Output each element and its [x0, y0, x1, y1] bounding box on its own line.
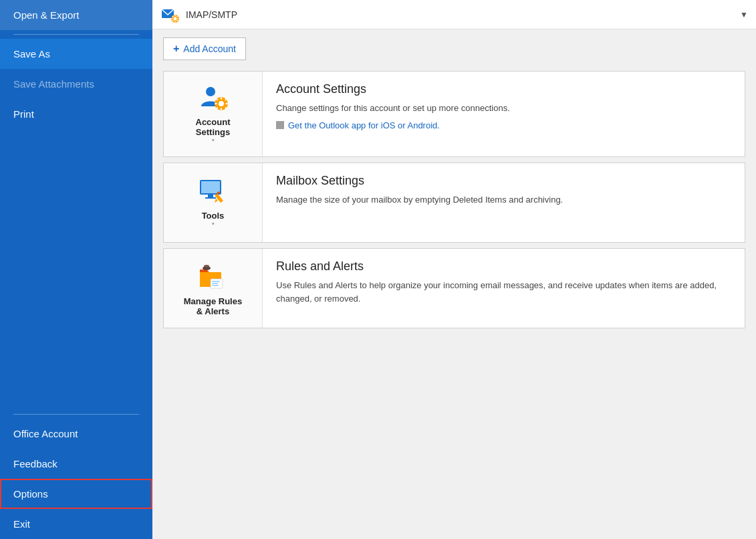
- svg-point-2: [174, 17, 177, 20]
- svg-rect-17: [225, 103, 227, 104]
- account-type-icon: [160, 5, 179, 24]
- rules-alerts-icon: [197, 260, 229, 292]
- svg-marker-27: [215, 199, 218, 203]
- rules-alerts-desc: Use Rules and Alerts to help organize yo…: [276, 279, 731, 305]
- account-type-label: IMAP/SMTP: [186, 9, 733, 20]
- cards-area: AccountSettings ˅ Account Settings Chang…: [152, 60, 756, 339]
- rules-alerts-content: Rules and Alerts Use Rules and Alerts to…: [263, 249, 745, 328]
- rules-alerts-card[interactable]: Manage Rules & Alerts Rules and Alerts U…: [163, 248, 745, 328]
- sidebar-item-feedback[interactable]: Feedback: [0, 449, 152, 479]
- account-settings-label: AccountSettings: [196, 117, 231, 137]
- main-content: IMAP/SMTP ▼ + Add Account: [152, 0, 756, 539]
- add-account-bar: + Add Account: [152, 29, 756, 60]
- account-settings-desc: Change settings for this account or set …: [276, 102, 731, 115]
- sidebar-divider-1: [13, 34, 139, 35]
- account-settings-icon-area: AccountSettings ˅: [164, 72, 263, 156]
- svg-point-36: [204, 265, 209, 267]
- svg-rect-31: [212, 281, 220, 282]
- mailbox-settings-card[interactable]: Tools ˅ Mailbox Settings Manage the size…: [163, 163, 745, 243]
- sidebar-item-print[interactable]: Print: [0, 99, 152, 129]
- plus-icon: +: [173, 43, 179, 55]
- account-settings-title: Account Settings: [276, 82, 731, 96]
- svg-rect-33: [212, 285, 219, 286]
- tools-chevron: ˅: [211, 222, 215, 231]
- account-bar: IMAP/SMTP ▼: [152, 0, 756, 29]
- svg-rect-16: [215, 103, 217, 104]
- account-settings-icon: [197, 81, 229, 113]
- account-settings-card[interactable]: AccountSettings ˅ Account Settings Chang…: [163, 71, 745, 157]
- svg-rect-25: [205, 197, 216, 199]
- svg-point-13: [219, 101, 224, 106]
- sidebar-item-exit[interactable]: Exit: [0, 509, 152, 539]
- sidebar-item-open-export[interactable]: Open & Export: [0, 0, 152, 30]
- rules-alerts-icon-area: Manage Rules & Alerts: [164, 249, 263, 328]
- svg-rect-15: [220, 108, 221, 110]
- mailbox-settings-desc: Manage the size of your mailbox by empty…: [276, 193, 731, 207]
- rules-alerts-title: Rules and Alerts: [276, 259, 731, 274]
- mailbox-settings-content: Mailbox Settings Manage the size of your…: [263, 163, 745, 242]
- svg-rect-23: [201, 181, 220, 193]
- sidebar: Open & Export Save As Save Attachments P…: [0, 0, 152, 539]
- svg-rect-24: [208, 195, 213, 197]
- link-bullet-icon: [276, 121, 284, 129]
- sidebar-divider-2: [13, 414, 139, 415]
- account-dropdown-button[interactable]: ▼: [740, 10, 748, 19]
- outlook-app-link[interactable]: Get the Outlook app for iOS or Android.: [276, 120, 731, 130]
- svg-rect-14: [220, 98, 221, 100]
- sidebar-item-save-as[interactable]: Save As: [0, 39, 152, 69]
- svg-rect-4: [174, 21, 176, 22]
- mailbox-settings-icon-area: Tools ˅: [164, 163, 263, 242]
- rules-alerts-label: Manage Rules & Alerts: [184, 296, 242, 316]
- account-settings-content: Account Settings Change settings for thi…: [263, 72, 745, 156]
- sidebar-spacer: [0, 129, 152, 410]
- mailbox-settings-icon: [197, 175, 229, 207]
- svg-rect-5: [172, 18, 173, 19]
- sidebar-item-office-account[interactable]: Office Account: [0, 419, 152, 449]
- sidebar-item-options[interactable]: Options: [0, 479, 152, 509]
- svg-point-11: [206, 87, 215, 96]
- mailbox-settings-title: Mailbox Settings: [276, 174, 731, 188]
- svg-rect-3: [174, 15, 176, 16]
- account-settings-chevron: ˅: [211, 138, 215, 147]
- svg-rect-32: [212, 283, 218, 284]
- svg-rect-6: [178, 18, 179, 19]
- sidebar-item-save-attachments[interactable]: Save Attachments: [0, 69, 152, 99]
- add-account-button[interactable]: + Add Account: [163, 37, 246, 60]
- mailbox-settings-label: Tools: [202, 211, 225, 221]
